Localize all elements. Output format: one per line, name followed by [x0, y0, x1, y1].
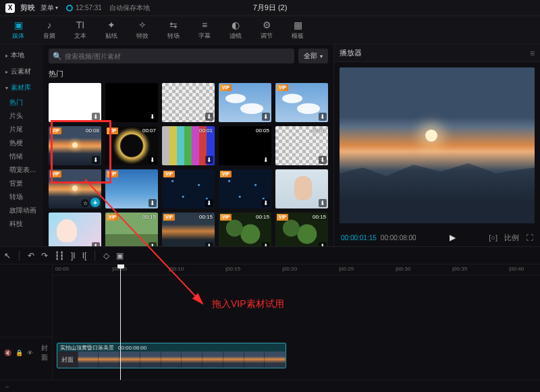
- search-field[interactable]: [65, 53, 290, 60]
- download-icon[interactable]: ⬇: [148, 156, 157, 164]
- pointer-tool-icon[interactable]: ↖: [4, 251, 11, 260]
- duration-label: 00:15: [199, 214, 213, 220]
- asset-thumb[interactable]: ⬇: [49, 83, 101, 122]
- video-clip[interactable]: 实拍山顶黄昏日落美景00:00:08:00 封面: [57, 343, 286, 368]
- asset-thumb[interactable]: VIP00:15⬇: [105, 213, 158, 246]
- asset-thumb[interactable]: VIP⬇: [162, 169, 215, 208]
- timeline-toolbar: ↖ ↶ ↷ ┇┇ ]I I[ ◇ ▣: [0, 247, 540, 264]
- asset-thumb[interactable]: VIP00:07⬇: [105, 126, 158, 165]
- ratio-button[interactable]: 比例: [504, 233, 519, 243]
- duration-label: 00:15: [256, 214, 269, 220]
- tool-icon: ♪: [47, 20, 52, 30]
- tool-转场[interactable]: ⇆转场: [158, 16, 189, 45]
- fullscreen-icon[interactable]: ⛶: [526, 233, 533, 242]
- download-icon[interactable]: ⬇: [148, 113, 157, 121]
- asset-thumb[interactable]: VIP⬇: [219, 83, 271, 122]
- preview-viewport[interactable]: [340, 67, 535, 223]
- cut-right-icon[interactable]: I[: [82, 251, 87, 260]
- sidebar-item[interactable]: 片头: [0, 109, 43, 123]
- marker-icon[interactable]: ◇: [103, 251, 109, 260]
- favorite-icon[interactable]: ☆: [81, 199, 89, 207]
- playhead[interactable]: [120, 264, 121, 380]
- sidebar-group[interactable]: ▸云素材: [0, 63, 43, 80]
- asset-thumb[interactable]: ⬇: [105, 83, 158, 122]
- download-icon[interactable]: ⬇: [319, 113, 327, 121]
- download-icon[interactable]: ⬇: [262, 156, 270, 164]
- asset-thumb[interactable]: ⬇: [49, 213, 101, 246]
- download-icon[interactable]: ⬇: [92, 156, 100, 164]
- search-input[interactable]: 🔍: [49, 49, 294, 63]
- vip-badge: VIP: [277, 84, 288, 91]
- download-icon[interactable]: ⬇: [148, 199, 157, 207]
- primary-toolbar: ▣媒体♪音频TI文本✦贴纸✧特效⇆转场≡字幕◐滤镜⚙调节▦模板: [0, 16, 540, 45]
- tool-字幕[interactable]: ≡字幕: [189, 16, 220, 45]
- tool-icon: ▦: [294, 20, 302, 30]
- asset-thumb[interactable]: ⬇: [275, 169, 328, 208]
- asset-thumb[interactable]: VIP00:15⬇: [162, 213, 215, 246]
- asset-thumb[interactable]: 00:01⬇: [162, 126, 215, 165]
- cut-left-icon[interactable]: ]I: [71, 251, 76, 260]
- lock-icon[interactable]: 🔒: [16, 349, 23, 356]
- asset-thumb[interactable]: VIP⬇: [105, 169, 158, 208]
- tool-icon: ≡: [202, 20, 207, 30]
- redo-icon[interactable]: ↷: [41, 251, 48, 260]
- undo-icon[interactable]: ↶: [28, 251, 34, 260]
- sidebar-item[interactable]: 转场: [0, 190, 43, 204]
- sidebar-item[interactable]: 片尾: [0, 123, 43, 136]
- sidebar-group[interactable]: ▾素材库: [0, 80, 43, 96]
- mute-icon[interactable]: 🔇: [4, 349, 11, 356]
- sidebar-group[interactable]: ▸本地: [0, 47, 43, 63]
- current-time: 00:00:01:15: [341, 234, 377, 242]
- menu-button[interactable]: 菜单▾: [40, 3, 58, 13]
- download-icon[interactable]: ⬇: [319, 199, 327, 207]
- app-logo: X: [5, 3, 15, 13]
- sidebar-item[interactable]: 科技: [0, 217, 43, 231]
- sidebar-item[interactable]: 萌宠表…: [0, 163, 43, 177]
- asset-thumb[interactable]: 00:05⬇: [219, 126, 271, 165]
- download-icon[interactable]: ⬇: [262, 199, 270, 207]
- duration-label: 00:05: [256, 128, 269, 134]
- asset-thumb[interactable]: 00:03⬇: [275, 126, 328, 165]
- sidebar-item[interactable]: 热门: [0, 96, 43, 109]
- download-icon[interactable]: ⬇: [319, 156, 327, 164]
- add-icon[interactable]: +: [90, 198, 100, 207]
- tool-贴纸[interactable]: ✦贴纸: [96, 16, 127, 45]
- play-button[interactable]: ▶: [450, 233, 456, 242]
- download-icon[interactable]: ⬇: [205, 113, 213, 121]
- player-menu-icon[interactable]: ≡: [530, 49, 535, 58]
- split-icon[interactable]: ┇┇: [55, 251, 64, 260]
- asset-thumb[interactable]: VIP☆+: [49, 169, 101, 208]
- player-title: 播放器: [340, 48, 362, 58]
- sidebar-item[interactable]: 热梗: [0, 136, 43, 150]
- visible-icon[interactable]: 👁: [27, 349, 33, 356]
- sidebar-item[interactable]: 故障动画: [0, 204, 43, 217]
- frame-icon[interactable]: [○]: [489, 233, 497, 242]
- download-icon[interactable]: ⬇: [205, 156, 213, 164]
- crop-icon[interactable]: ▣: [116, 251, 124, 260]
- asset-thumb[interactable]: VIP00:08⬇: [49, 126, 101, 165]
- asset-thumb[interactable]: ⬇: [162, 83, 215, 122]
- sidebar-item[interactable]: 情绪: [0, 150, 43, 163]
- asset-thumb[interactable]: VIP00:15⬇: [219, 213, 271, 246]
- tool-滤镜[interactable]: ◐滤镜: [220, 16, 251, 45]
- timeline-tracks[interactable]: 00:00|00:05|00:10|00:15|00:20|00:25|00:3…: [53, 264, 540, 380]
- sidebar-item[interactable]: 背景: [0, 177, 43, 190]
- asset-thumb[interactable]: VIP⬇: [219, 169, 271, 208]
- tool-模板[interactable]: ▦模板: [282, 16, 313, 45]
- tool-特效[interactable]: ✧特效: [127, 16, 158, 45]
- asset-thumb[interactable]: VIP00:15⬇: [275, 213, 328, 246]
- cover-label[interactable]: 封面: [41, 343, 52, 362]
- tool-调节[interactable]: ⚙调节: [251, 16, 282, 45]
- tool-文本[interactable]: TI文本: [65, 16, 96, 45]
- zoom-out-icon[interactable]: −: [5, 383, 9, 390]
- download-icon[interactable]: ⬇: [92, 113, 100, 121]
- tool-媒体[interactable]: ▣媒体: [3, 16, 34, 45]
- clip-cover[interactable]: 封面: [57, 352, 78, 368]
- tool-音频[interactable]: ♪音频: [34, 16, 65, 45]
- asset-grid: ⬇⬇⬇VIP⬇VIP⬇VIP00:08⬇VIP00:07⬇00:01⬇00:05…: [49, 83, 328, 246]
- download-icon[interactable]: ⬇: [205, 199, 213, 207]
- download-icon[interactable]: ⬇: [262, 113, 270, 121]
- time-ruler[interactable]: 00:00|00:05|00:10|00:15|00:20|00:25|00:3…: [53, 264, 540, 275]
- asset-thumb[interactable]: VIP⬇: [275, 83, 328, 122]
- filter-button[interactable]: 全部▾: [298, 49, 328, 63]
